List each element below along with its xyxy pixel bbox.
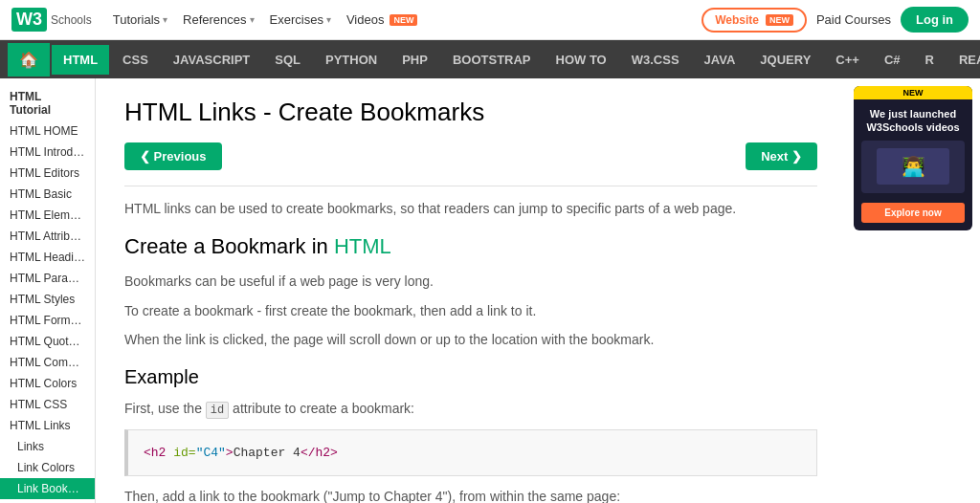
para3: When the link is clicked, the page will … <box>124 329 817 350</box>
main-content: HTML Links - Create Bookmarks ❮ Previous… <box>96 78 846 503</box>
sidebar-item-html-intro[interactable]: HTML Introduction <box>0 142 95 163</box>
tab-html[interactable]: HTML <box>52 45 109 75</box>
tab-jquery[interactable]: JQUERY <box>748 45 822 75</box>
sidebar-heading: HTML Tutorial <box>0 84 95 120</box>
top-nav-right: Website NEW Paid Courses Log in <box>702 7 969 33</box>
right-panel: NEW We just launched W3Schools videos 👨‍… <box>846 78 980 503</box>
exercises-dropdown-arrow: ▾ <box>326 14 331 25</box>
login-button[interactable]: Log in <box>901 7 969 33</box>
ad-screen-inner: 👨‍💻 <box>877 148 949 186</box>
example1-desc: First, use the id attribute to create a … <box>124 398 817 420</box>
tutorials-dropdown-arrow: ▾ <box>163 14 167 25</box>
references-dropdown-arrow: ▾ <box>250 14 255 25</box>
tab-csharp[interactable]: C# <box>873 45 912 75</box>
ad-card: NEW We just launched W3Schools videos 👨‍… <box>854 86 972 230</box>
para1: Bookmarks can be useful if a web page is… <box>124 271 817 292</box>
example2-desc: Then, add a link to the bookmark ("Jump … <box>124 486 817 503</box>
para2: To create a bookmark - first create the … <box>124 300 817 321</box>
logo[interactable]: W3 Schools <box>11 8 92 32</box>
home-icon[interactable]: 🏠 <box>8 43 50 77</box>
sidebar-item-links[interactable]: Links <box>0 436 95 457</box>
ad-title: We just launched W3Schools videos <box>861 107 965 135</box>
sidebar: HTML Tutorial HTML HOME HTML Introductio… <box>0 78 96 503</box>
sidebar-item-html-headings[interactable]: HTML Headings <box>0 247 95 268</box>
tab-w3css[interactable]: W3.CSS <box>620 45 691 75</box>
sidebar-item-html-editors[interactable]: HTML Editors <box>0 163 95 184</box>
top-nav-links: Tutorials ▾ References ▾ Exercises ▾ Vid… <box>107 9 686 31</box>
sidebar-item-link-colors[interactable]: Link Colors <box>0 457 95 478</box>
tab-r[interactable]: R <box>914 45 946 75</box>
tab-css[interactable]: CSS <box>111 45 160 75</box>
logo-schools: Schools <box>51 13 92 27</box>
sidebar-item-html-links[interactable]: HTML Links <box>0 415 95 436</box>
tab-javascript[interactable]: JAVASCRIPT <box>162 45 261 75</box>
ad-card-body: We just launched W3Schools videos 👨‍💻 Ex… <box>854 99 972 230</box>
language-navigation: 🏠 HTML CSS JAVASCRIPT SQL PYTHON PHP BOO… <box>0 40 980 78</box>
videos-link[interactable]: Videos NEW <box>341 9 424 31</box>
sidebar-item-html-paragraphs[interactable]: HTML Paragraphs <box>0 268 95 289</box>
id-inline-code: id <box>206 402 229 419</box>
code-tag-h2-end: </h2> <box>301 446 338 460</box>
website-button[interactable]: Website NEW <box>702 8 807 33</box>
tab-sql[interactable]: SQL <box>263 45 312 75</box>
sidebar-item-html-quotations[interactable]: HTML Quotations <box>0 331 95 352</box>
section1-title-green: HTML <box>334 234 391 258</box>
sidebar-item-html-basic[interactable]: HTML Basic <box>0 184 95 205</box>
tab-bootstrap[interactable]: BOOTSTRAP <box>441 45 543 75</box>
ad-badge: NEW <box>854 86 972 99</box>
sidebar-item-link-bookmarks[interactable]: Link Bookmarks <box>0 478 95 499</box>
prev-button[interactable]: ❮ Previous <box>124 142 222 170</box>
paid-courses-button[interactable]: Paid Courses <box>816 12 891 27</box>
sidebar-item-html-styles[interactable]: HTML Styles <box>0 289 95 310</box>
tab-cpp[interactable]: C++ <box>824 45 871 75</box>
next-button[interactable]: Next ❯ <box>746 142 817 170</box>
references-link[interactable]: References ▾ <box>177 9 259 31</box>
exercises-link[interactable]: Exercises ▾ <box>264 9 337 31</box>
tutorials-link[interactable]: Tutorials ▾ <box>107 9 173 31</box>
code-val-c4: "C4" <box>196 446 226 460</box>
sidebar-item-html-elements[interactable]: HTML Elements <box>0 205 95 226</box>
code-tag-h2: <h2 <box>144 446 166 460</box>
website-new-badge: NEW <box>766 14 793 26</box>
ad-screen: 👨‍💻 <box>861 141 965 193</box>
tab-python[interactable]: PYTHON <box>314 45 389 75</box>
explore-button[interactable]: Explore now <box>861 203 965 223</box>
code-attr-id: id= <box>173 446 195 460</box>
nav-buttons: ❮ Previous Next ❯ <box>124 142 817 170</box>
sidebar-item-html-comments[interactable]: HTML Comments <box>0 352 95 373</box>
tab-howto[interactable]: HOW TO <box>545 45 618 75</box>
sidebar-item-html-attributes[interactable]: HTML Attributes <box>0 226 95 247</box>
sidebar-item-html-css[interactable]: HTML CSS <box>0 394 95 415</box>
sidebar-item-html-home[interactable]: HTML HOME <box>0 120 95 142</box>
sidebar-item-html-formatting[interactable]: HTML Formatting <box>0 310 95 331</box>
top-navigation: W3 Schools Tutorials ▾ References ▾ Exer… <box>0 0 980 40</box>
divider <box>124 186 817 186</box>
section1-title: Create a Bookmark in HTML <box>124 234 817 259</box>
videos-new-badge: NEW <box>390 14 417 26</box>
logo-w3: W3 <box>11 8 47 32</box>
code-block-1: <h2 id="C4">Chapter 4</h2> <box>124 429 817 477</box>
main-layout: HTML Tutorial HTML HOME HTML Introductio… <box>0 78 980 503</box>
sidebar-item-html-images[interactable]: HTML Images <box>0 499 95 503</box>
tab-php[interactable]: PHP <box>390 45 439 75</box>
code-tag-h2-close-open: > <box>226 446 234 460</box>
tab-react[interactable]: React <box>947 45 980 75</box>
section1-title-black: Create a Bookmark in <box>124 234 334 258</box>
code-text-chapter: Chapter 4 <box>234 446 301 460</box>
sidebar-item-html-colors[interactable]: HTML Colors <box>0 373 95 394</box>
ad-figure-icon: 👨‍💻 <box>902 155 925 178</box>
page-description: HTML links can be used to create bookmar… <box>124 198 817 219</box>
tab-java[interactable]: JAVA <box>693 45 747 75</box>
page-title: HTML Links - Create Bookmarks <box>124 98 817 127</box>
example1-heading: Example <box>124 366 817 388</box>
